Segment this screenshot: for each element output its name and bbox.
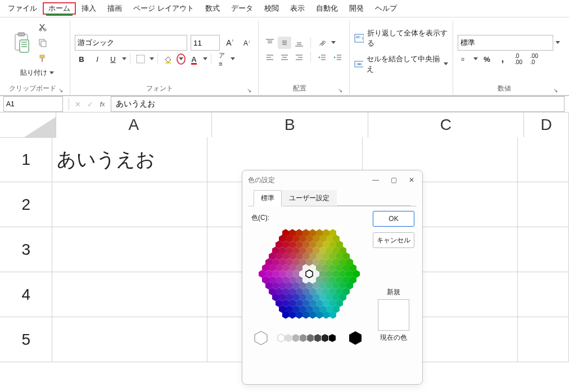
row-header-5[interactable]: 5 (0, 317, 52, 362)
format-painter-button[interactable] (36, 52, 49, 65)
paste-dropdown[interactable] (49, 67, 54, 79)
font-color-button[interactable]: A (187, 53, 201, 65)
increase-decimal-icon[interactable]: .0.00 (512, 53, 525, 65)
underline-button[interactable]: U (106, 53, 120, 65)
row-header-3[interactable]: 3 (0, 227, 52, 272)
dialog-tab-custom[interactable]: ユーザー設定 (282, 190, 337, 206)
number-format-dropdown[interactable] (556, 37, 560, 49)
col-header-A[interactable]: A (56, 112, 212, 138)
clipboard-launcher[interactable]: ↘ (58, 87, 65, 96)
decrease-decimal-icon[interactable]: .00.0 (527, 53, 541, 65)
dialog-maximize-icon[interactable]: ▢ (389, 175, 399, 185)
align-bottom-icon[interactable] (292, 37, 306, 49)
align-top-icon[interactable] (263, 37, 277, 49)
cell-A4[interactable] (52, 272, 207, 317)
menu-page-layout[interactable]: ページ レイアウト (128, 2, 200, 15)
cell-D4[interactable] (518, 272, 569, 317)
col-header-B[interactable]: B (212, 112, 368, 138)
dialog-tab-standard[interactable]: 標準 (254, 190, 282, 206)
row-header-4[interactable]: 4 (0, 272, 52, 317)
wrap-text-button[interactable]: ab 折り返して全体を表示する (354, 28, 448, 48)
cell-D5[interactable] (518, 317, 569, 362)
ribbon-group-font: A↑ A↓ B I U A ア亜 フ (70, 21, 259, 96)
decrease-font-icon[interactable]: A↓ (240, 37, 254, 49)
orientation-button[interactable]: ab (315, 37, 329, 49)
color-hex-picker[interactable] (253, 226, 365, 322)
underline-dropdown[interactable] (122, 53, 127, 65)
cell-A3[interactable] (52, 227, 207, 272)
phonetic-dropdown[interactable] (231, 53, 235, 65)
increase-indent-icon[interactable] (331, 51, 345, 64)
align-left-icon[interactable] (263, 51, 277, 64)
dialog-minimize-icon[interactable]: — (371, 175, 381, 185)
cell-A1[interactable]: あいうえお (52, 137, 207, 182)
merge-center-button[interactable]: セルを結合して中央揃え (354, 54, 448, 74)
merge-dropdown[interactable] (444, 58, 448, 70)
copy-button[interactable] (36, 37, 49, 49)
fill-color-dropdown[interactable] (177, 54, 185, 64)
cut-button[interactable] (36, 21, 49, 33)
number-launcher[interactable]: ↘ (553, 87, 560, 96)
cell-A5[interactable] (52, 317, 207, 362)
align-right-icon[interactable] (292, 51, 306, 64)
orientation-dropdown[interactable] (331, 37, 336, 49)
font-color-dropdown[interactable] (203, 53, 207, 65)
cancel-button[interactable]: キャンセル (373, 232, 414, 248)
cell-A2[interactable] (52, 182, 207, 227)
row-header-1[interactable]: 1 (0, 137, 52, 182)
decrease-indent-icon[interactable] (315, 51, 329, 64)
enter-formula-icon[interactable]: ✓ (84, 98, 96, 110)
menu-data[interactable]: データ (225, 2, 259, 15)
ribbon-group-wrap: ab 折り返して全体を表示する セルを結合して中央揃え . (350, 21, 453, 96)
col-header-D[interactable]: D (524, 112, 569, 138)
large-white-hex-icon[interactable] (254, 331, 268, 345)
cell-D1[interactable] (518, 137, 569, 182)
row-header-2[interactable]: 2 (0, 182, 52, 227)
cell-D2[interactable] (518, 182, 569, 227)
currency-button[interactable]: ¤ (458, 53, 471, 65)
menu-view[interactable]: 表示 (284, 2, 310, 15)
font-launcher[interactable]: ↘ (247, 87, 254, 96)
increase-font-icon[interactable]: A↑ (223, 37, 237, 49)
menu-automate[interactable]: 自動化 (310, 2, 344, 15)
name-box[interactable] (3, 96, 63, 112)
cancel-formula-icon[interactable]: ✕ (71, 98, 84, 110)
large-black-hex-icon[interactable] (348, 331, 363, 345)
menu-insert[interactable]: 挿入 (76, 2, 102, 15)
formula-bar-row: ✕ ✓ fx (0, 96, 569, 112)
menu-home[interactable]: ホーム (43, 2, 76, 15)
menu-file[interactable]: ファイル (2, 2, 43, 15)
menu-draw[interactable]: 描画 (102, 2, 128, 15)
border-dropdown[interactable] (150, 53, 154, 65)
alignment-group-label: 配置 (293, 82, 306, 96)
fill-color-button[interactable] (161, 53, 175, 65)
color-dialog: 色の設定 — ▢ ✕ 標準 ユーザー設定 色(C): (242, 170, 423, 362)
fx-icon[interactable]: fx (96, 98, 109, 110)
align-center-icon[interactable] (278, 51, 291, 64)
formula-input[interactable] (111, 96, 565, 112)
border-button[interactable] (134, 53, 147, 65)
font-name-select[interactable] (75, 35, 187, 51)
svg-marker-49 (307, 334, 314, 342)
cell-D3[interactable] (518, 227, 569, 272)
menu-review[interactable]: 校閲 (259, 2, 284, 15)
bold-button[interactable]: B (75, 53, 88, 65)
col-header-C[interactable]: C (368, 112, 524, 138)
align-middle-icon[interactable] (278, 37, 291, 49)
font-size-select[interactable] (191, 35, 220, 51)
phonetic-button[interactable]: ア亜 (215, 53, 228, 65)
comma-button[interactable]: , (496, 53, 509, 65)
ok-button[interactable]: OK (373, 211, 414, 227)
italic-button[interactable]: I (91, 53, 104, 65)
menu-developer[interactable]: 開発 (344, 2, 369, 15)
percent-button[interactable]: % (480, 53, 494, 65)
alignment-launcher[interactable]: ↘ (338, 87, 345, 96)
menu-formulas[interactable]: 数式 (200, 2, 225, 15)
select-all-corner[interactable] (0, 112, 56, 138)
grayscale-ramp[interactable] (277, 334, 339, 343)
dialog-close-icon[interactable]: ✕ (407, 175, 417, 185)
number-format-select[interactable] (458, 35, 553, 51)
menu-help[interactable]: ヘルプ (369, 2, 403, 15)
paste-button[interactable] (9, 29, 34, 56)
currency-dropdown[interactable] (473, 53, 478, 65)
